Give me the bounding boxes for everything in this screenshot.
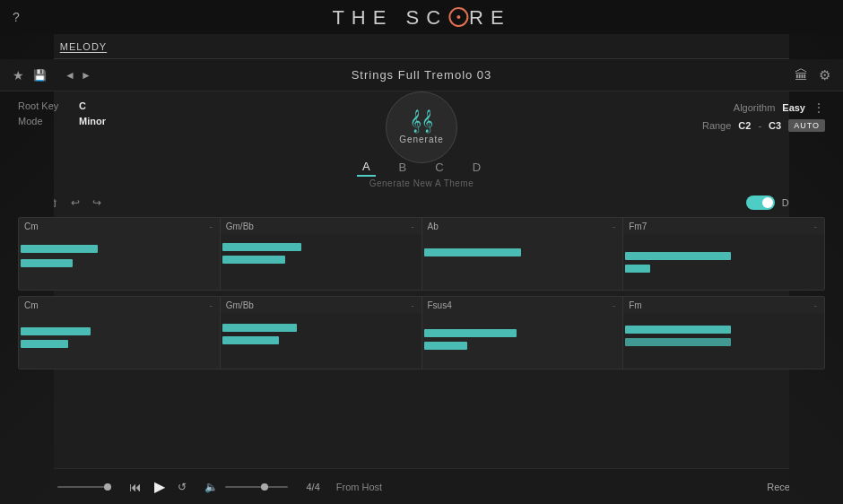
volume-section: 🔈 [204,481,288,493]
transport-buttons: ⏮ ▶ ↺ [129,478,187,495]
note-bar [21,327,91,335]
grid-seg-2 [221,234,422,290]
theme-tab-a[interactable]: A [357,158,376,177]
toggle-thumb [762,197,773,208]
preset-bar-right: 🏛 ⚙ [795,67,830,83]
grid-seg-6 [221,313,422,369]
grid-seg-1 [19,234,221,290]
settings-row: Root Key C Mode Minor 𝄞𝄞 Generate Algori [18,100,825,154]
chord-cell-gm-bb2: Gm/Bb [221,297,422,313]
undo-icon[interactable]: ↩ [71,196,80,209]
generate-theme-label: Generate New A Theme [369,178,474,188]
from-host-label: From Host [336,482,382,492]
note-bar [21,259,73,267]
volume-icon[interactable]: 🔈 [204,481,218,493]
edit-row: Edit 🗑 ↩ ↪ Dynamics [18,196,825,210]
root-key-value[interactable]: C [79,100,86,111]
settings-icon[interactable]: ⚙ [819,67,830,83]
algorithm-value[interactable]: Easy [782,102,805,113]
melody-tab[interactable]: MELODY [60,41,107,52]
time-signature: 4/4 [306,482,319,492]
next-preset-button[interactable]: ► [81,69,91,82]
algorithm-row: Algorithm Easy ⋮ [734,100,825,115]
dynamics-toggle[interactable] [746,196,775,210]
loop-button[interactable]: ↺ [178,481,187,493]
velocity-thumb [104,483,111,491]
rewind-button[interactable]: ⏮ [129,480,142,494]
root-key-setting: Root Key C [18,100,106,111]
chord-labels-1: Cm Gm/Bb Ab Fm7 [19,218,824,234]
note-bar [625,265,650,273]
piano-roll-2[interactable]: Cm Gm/Bb Fsus4 Fm [18,296,825,369]
chord-cell-cm: Cm [19,218,221,234]
note-bar [222,324,297,332]
redo-icon[interactable]: ↪ [92,196,101,209]
main-content: Root Key C Mode Minor 𝄞𝄞 Generate Algori [0,91,843,468]
sound-melody-bar: SOUND MELODY [0,34,843,59]
note-bar [625,252,731,260]
save-button[interactable]: 💾 [33,69,47,82]
chord-cell-fsus4: Fsus4 [422,297,624,313]
chord-cell-cm2: Cm [19,297,221,313]
chord-cell-fm7: Fm7 [623,218,824,234]
left-settings: Root Key C Mode Minor [18,100,106,126]
chord-cell-gm-bb: Gm/Bb [221,218,422,234]
volume-slider[interactable] [225,486,288,488]
note-bar [625,338,731,346]
algorithm-menu-button[interactable]: ⋮ [813,100,825,115]
generate-label: Generate [399,135,444,144]
generate-button[interactable]: 𝄞𝄞 Generate [386,91,457,163]
preset-bar: ★ 💾 Strings Full Tremolo 03 ◄ ► 🏛 ⚙ [0,59,843,91]
top-bar: ? THE SCRE [0,0,843,34]
title-part1: THE SC [332,6,448,29]
chord-labels-2: Cm Gm/Bb Fsus4 Fm [19,297,824,313]
theme-tab-d[interactable]: D [467,159,486,176]
grid-seg-7 [422,313,624,369]
preset-nav: ◄ ► [65,69,91,82]
transport-bar: Velocity ⏮ ▶ ↺ 🔈 4/4 From Host Receive ☰ [0,468,843,504]
mode-setting: Mode Minor [18,116,106,126]
note-bar [424,342,467,350]
grid-area-2 [19,313,824,369]
note-bar [222,336,279,344]
root-key-label: Root Key [18,100,72,111]
help-button[interactable]: ? [13,10,20,24]
title-part2: RE [469,6,511,29]
mode-label: Mode [18,116,72,126]
range-to-value[interactable]: C3 [769,120,781,131]
note-bar [424,329,517,337]
note-bar [222,256,285,264]
grid-area-1 [19,234,824,290]
mode-value[interactable]: Minor [79,116,106,126]
note-bar [222,243,301,251]
piano-roll-container: Cm Gm/Bb Ab Fm7 [18,217,825,369]
prev-preset-button[interactable]: ◄ [65,69,75,82]
preset-name: Strings Full Tremolo 03 [352,68,492,82]
grid-seg-5 [19,313,221,369]
favorite-button[interactable]: ★ [13,68,24,83]
volume-thumb [261,483,268,491]
generate-icon: 𝄞𝄞 [410,111,433,131]
grid-seg-4 [623,234,824,290]
auto-button[interactable]: AUTO [788,119,825,132]
note-bar [625,326,731,334]
play-button[interactable]: ▶ [154,478,165,495]
velocity-slider[interactable] [57,486,111,488]
app-container: ? THE SCRE SOUND MELODY ★ 💾 Strings Full… [0,0,843,504]
range-dash: - [758,120,761,131]
note-bar [21,245,98,253]
right-settings: Algorithm Easy ⋮ Range C2 - C3 AUTO [702,100,825,132]
note-bar [424,248,521,256]
piano-roll-1[interactable]: Cm Gm/Bb Ab Fm7 [18,217,825,291]
grid-seg-3 [422,234,624,290]
preset-icons: ★ 💾 [13,68,47,83]
grid-seg-8 [623,313,824,369]
algorithm-label: Algorithm [734,102,775,113]
title-o-circle [448,7,468,27]
generate-area: 𝄞𝄞 Generate [386,91,457,163]
range-row: Range C2 - C3 AUTO [702,119,825,132]
range-label: Range [702,120,731,131]
range-from-value[interactable]: C2 [738,120,751,131]
instrument-icon[interactable]: 🏛 [795,67,808,83]
app-title: THE SCRE [332,4,510,30]
